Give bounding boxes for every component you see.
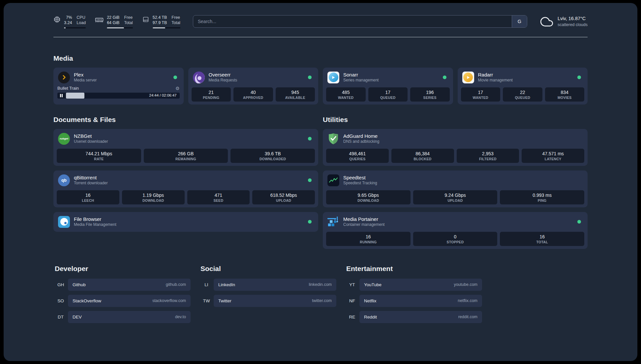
resource-values: 7%3.24 (64, 15, 72, 26)
plex-icon (57, 71, 71, 84)
service-subtitle: Speedtest Tracking (343, 181, 377, 186)
status-dot (173, 76, 177, 79)
stat-box: 945AVAILABLE (276, 87, 315, 102)
stat-box: 498,461QUERIES (326, 149, 389, 163)
stat-box: 9.65 GbpsDOWNLOAD (326, 190, 411, 204)
stat-box: 47.571 msLATENCY (522, 149, 584, 163)
resource-widget: 22 GiB64 GiBFreeTotal (95, 15, 133, 28)
stat-box: 744.21 MbpsRATE (57, 149, 141, 163)
stat-label: LEECH (58, 198, 118, 202)
stat-box: 40APPROVED (233, 87, 273, 102)
stat-value: 21 (193, 90, 230, 95)
stat-box: 0STOPPED (413, 232, 498, 246)
stat-label: BLOCKED (393, 157, 453, 161)
stat-label: APPROVED (235, 96, 272, 100)
status-dot (577, 76, 581, 79)
stat-value: 945 (277, 90, 314, 95)
stat-value: 618.52 Mbps (254, 193, 314, 198)
service-card-nzbget[interactable]: nzbgetNZBGetUsenet downloader744.21 Mbps… (53, 129, 318, 166)
bookmark-url: github.com (166, 282, 186, 287)
stat-box: 39.6 TBDOWNLOADED (230, 149, 315, 163)
radarr-icon (462, 71, 475, 84)
topbar: 7%3.24CPULoad22 GiB64 GiBFreeTotal52.4 T… (53, 15, 588, 28)
bookmark-twitter[interactable]: TWTwittertwitter.com (199, 295, 336, 307)
stat-box: 834MOVIES (545, 87, 585, 102)
topbar-divider (53, 37, 588, 37)
bookmark-name: Netflix (364, 298, 377, 303)
stat-label: QUEUED (370, 96, 407, 100)
sonarr-icon (327, 71, 340, 84)
bookmark-abbr: DT (53, 315, 68, 319)
stat-value: 9.65 Gbps (327, 193, 409, 198)
stat-value: 40 (235, 90, 272, 95)
bookmark-stackoverflow[interactable]: SOStackOverflowstackoverflow.com (53, 295, 191, 307)
stat-value: 744.21 Mbps (58, 151, 140, 156)
service-card-plex[interactable]: PlexMedia serverBullet Train⚙24:44 / 02:… (53, 68, 184, 105)
stat-box: 266 GBREMAINING (144, 149, 228, 163)
service-card-radarr[interactable]: RadarrMovie management17WANTED22QUEUED83… (458, 68, 588, 105)
stat-box: 618.52 MbpsUPLOAD (252, 190, 315, 204)
media-cards: PlexMedia serverBullet Train⚙24:44 / 02:… (53, 68, 588, 105)
service-card-portainer[interactable]: Media PortainerContainer management16RUN… (323, 212, 588, 249)
service-card-filebrowser[interactable]: File BrowserMedia File Management (53, 212, 318, 232)
service-card-adguard[interactable]: AdGuard HomeDNS and adblocking498,461QUE… (323, 129, 588, 166)
weather-location: Lviv, 16.87°C (558, 15, 588, 22)
service-name: qBittorrent (74, 174, 108, 181)
search-provider-button[interactable]: G (512, 15, 527, 27)
stat-label: DOWNLOAD (123, 198, 183, 202)
resource-labels: CPULoad (76, 15, 86, 26)
service-name: Overseerr (209, 72, 237, 78)
bookmark-name: YouTube (364, 282, 382, 287)
stat-label: AVAILABLE (277, 96, 314, 100)
service-name: AdGuard Home (343, 133, 379, 139)
resource-widget: 52.4 TB97.9 TBFreeTotal (142, 15, 180, 28)
stat-label: SERIES (412, 96, 448, 100)
stat-box: 2,953FILTERED (457, 149, 519, 163)
stat-value: 16 (58, 193, 118, 198)
nzbget-icon: nzbget (57, 132, 71, 145)
bookmark-group-social: SocialLILinkedInlinkedin.comTWTwittertwi… (199, 265, 336, 327)
bookmark-url: reddit.com (458, 315, 477, 319)
stat-box: 17QUEUED (368, 87, 408, 102)
bookmark-url: linkedin.com (309, 282, 332, 287)
stat-box: 1.19 GbpsDOWNLOAD (122, 190, 185, 204)
section-title-media: Media (53, 54, 588, 62)
section-title-utilities: Utilities (323, 116, 588, 124)
bookmark-url: dev.to (175, 315, 186, 319)
stat-value: 834 (546, 90, 583, 95)
bookmark-groups: DeveloperGHGithubgithub.comSOStackOverfl… (53, 265, 482, 327)
pause-icon[interactable] (60, 94, 63, 97)
bookmark-linkedin[interactable]: LILinkedInlinkedin.com (199, 279, 336, 291)
bookmark-dev[interactable]: DTDEVdev.to (53, 311, 191, 323)
service-card-sonarr[interactable]: SonarrSeries management485WANTED17QUEUED… (323, 68, 453, 105)
bookmark-netflix[interactable]: NFNetflixnetflix.com (345, 295, 482, 307)
bookmark-group-entertainment: EntertainmentYTYouTubeyoutube.comNFNetfl… (345, 265, 482, 327)
stat-value: 485 (327, 90, 364, 95)
stat-label: TOTAL (501, 240, 583, 244)
bookmark-github[interactable]: GHGithubgithub.com (53, 279, 191, 291)
service-card-overseerr[interactable]: OverseerrMedia Requests21PENDING40APPROV… (188, 68, 319, 105)
playback-time: 24:44 / 02:06:47 (149, 93, 176, 97)
bookmark-reddit[interactable]: RERedditreddit.com (345, 311, 482, 323)
playback-progress-bar: 24:44 / 02:06:47 (57, 93, 180, 99)
now-playing-title: Bullet Train (57, 86, 79, 91)
stat-box: 16TOTAL (500, 232, 584, 246)
service-name: NZBGet (74, 133, 108, 139)
cpu-icon (53, 16, 61, 23)
stat-label: UPLOAD (414, 198, 496, 202)
search-input[interactable] (193, 15, 512, 27)
bookmark-youtube[interactable]: YTYouTubeyoutube.com (345, 279, 482, 291)
gear-icon[interactable]: ⚙ (175, 86, 180, 91)
bookmark-group-title: Social (200, 265, 336, 273)
bookmark-name: Reddit (364, 315, 377, 319)
service-card-speedtest[interactable]: SpeedtestSpeedtest Tracking9.65 GbpsDOWN… (323, 170, 588, 207)
stat-value: 39.6 TB (232, 151, 314, 156)
utilities-cards: AdGuard HomeDNS and adblocking498,461QUE… (323, 129, 588, 249)
service-subtitle: Media server (74, 78, 97, 83)
resource-usage-bar (153, 27, 180, 28)
adguard-icon (327, 132, 340, 145)
stat-label: RATE (58, 157, 140, 161)
search-bar: G (193, 15, 527, 28)
service-card-qbittorrent[interactable]: qbqBittorrentTorrent downloader16LEECH1.… (53, 170, 318, 207)
section-title-documents: Documents & Files (53, 116, 318, 124)
